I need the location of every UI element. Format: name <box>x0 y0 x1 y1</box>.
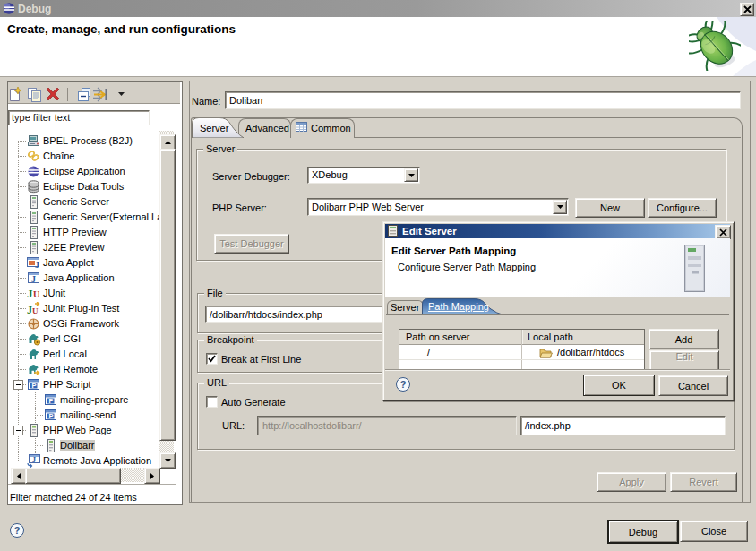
svg-text:P: P <box>49 412 54 420</box>
svg-text:J: J <box>31 274 36 284</box>
svg-text:U: U <box>33 289 39 299</box>
svg-text:P: P <box>32 382 37 390</box>
svg-text:J: J <box>35 260 39 270</box>
svg-text:P: P <box>49 397 54 405</box>
svg-text:J: J <box>27 287 33 300</box>
svg-text:J: J <box>32 456 36 464</box>
svg-text:U: U <box>32 306 39 315</box>
